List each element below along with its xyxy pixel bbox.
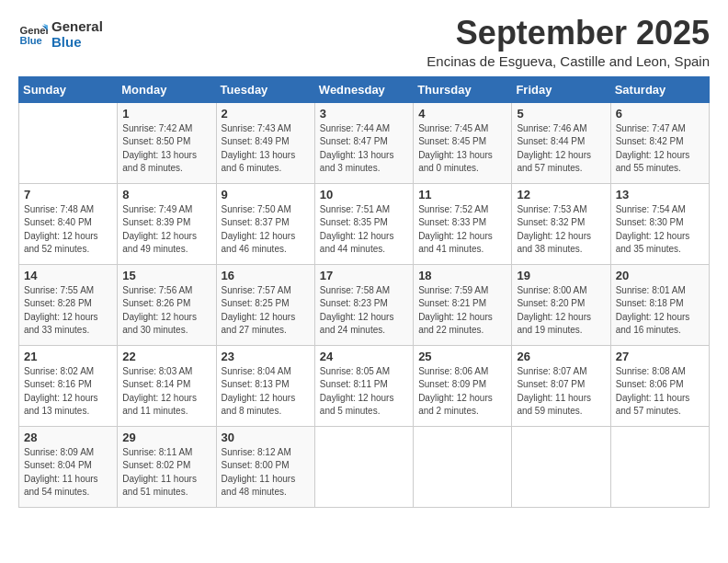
- calendar-cell: 20Sunrise: 8:01 AM Sunset: 8:18 PM Dayli…: [610, 264, 709, 345]
- calendar-cell: [610, 426, 709, 507]
- calendar-cell: [512, 426, 610, 507]
- day-info: Sunrise: 8:04 AM Sunset: 8:13 PM Dayligh…: [222, 365, 310, 419]
- day-info: Sunrise: 8:01 AM Sunset: 8:18 PM Dayligh…: [616, 284, 704, 338]
- day-info: Sunrise: 7:50 AM Sunset: 8:37 PM Dayligh…: [222, 203, 310, 257]
- calendar-cell: [414, 426, 512, 507]
- calendar-cell: 14Sunrise: 7:55 AM Sunset: 8:28 PM Dayli…: [19, 264, 118, 345]
- page-header: General Blue General Blue September 2025…: [18, 15, 710, 69]
- day-number: 13: [616, 188, 704, 201]
- calendar-cell: 3Sunrise: 7:44 AM Sunset: 8:47 PM Daylig…: [314, 102, 413, 183]
- day-info: Sunrise: 7:42 AM Sunset: 8:50 PM Dayligh…: [122, 122, 210, 176]
- day-number: 25: [418, 350, 506, 363]
- calendar-cell: 8Sunrise: 7:49 AM Sunset: 8:39 PM Daylig…: [118, 183, 216, 264]
- weekday-header-monday: Monday: [118, 76, 216, 102]
- day-number: 8: [122, 188, 210, 201]
- calendar-cell: 23Sunrise: 8:04 AM Sunset: 8:13 PM Dayli…: [216, 345, 314, 426]
- calendar-cell: 21Sunrise: 8:02 AM Sunset: 8:16 PM Dayli…: [19, 345, 118, 426]
- calendar-cell: 7Sunrise: 7:48 AM Sunset: 8:40 PM Daylig…: [19, 183, 118, 264]
- day-info: Sunrise: 7:53 AM Sunset: 8:32 PM Dayligh…: [517, 203, 605, 257]
- calendar-cell: 22Sunrise: 8:03 AM Sunset: 8:14 PM Dayli…: [118, 345, 216, 426]
- day-info: Sunrise: 8:06 AM Sunset: 8:09 PM Dayligh…: [418, 365, 506, 419]
- calendar-week-row: 7Sunrise: 7:48 AM Sunset: 8:40 PM Daylig…: [19, 183, 710, 264]
- day-number: 23: [222, 350, 310, 363]
- day-info: Sunrise: 7:45 AM Sunset: 8:45 PM Dayligh…: [418, 122, 506, 176]
- day-info: Sunrise: 7:54 AM Sunset: 8:30 PM Dayligh…: [616, 203, 704, 257]
- day-info: Sunrise: 8:02 AM Sunset: 8:16 PM Dayligh…: [24, 365, 112, 419]
- day-info: Sunrise: 7:47 AM Sunset: 8:42 PM Dayligh…: [616, 122, 704, 176]
- day-info: Sunrise: 7:46 AM Sunset: 8:44 PM Dayligh…: [517, 122, 605, 176]
- day-number: 22: [122, 350, 210, 363]
- calendar-cell: 4Sunrise: 7:45 AM Sunset: 8:45 PM Daylig…: [414, 102, 512, 183]
- calendar-cell: [19, 102, 118, 183]
- day-number: 1: [122, 107, 210, 121]
- calendar-cell: 24Sunrise: 8:05 AM Sunset: 8:11 PM Dayli…: [314, 345, 413, 426]
- calendar-cell: 28Sunrise: 8:09 AM Sunset: 8:04 PM Dayli…: [19, 426, 118, 507]
- svg-text:Blue: Blue: [20, 35, 42, 46]
- day-number: 20: [616, 269, 704, 282]
- day-info: Sunrise: 7:43 AM Sunset: 8:49 PM Dayligh…: [222, 122, 310, 176]
- day-info: Sunrise: 7:51 AM Sunset: 8:35 PM Dayligh…: [320, 203, 408, 257]
- day-number: 4: [418, 107, 506, 121]
- day-info: Sunrise: 8:03 AM Sunset: 8:14 PM Dayligh…: [122, 365, 210, 419]
- day-number: 6: [616, 107, 704, 121]
- weekday-header-wednesday: Wednesday: [314, 76, 413, 102]
- calendar-cell: 30Sunrise: 8:12 AM Sunset: 8:00 PM Dayli…: [216, 426, 314, 507]
- calendar-cell: 27Sunrise: 8:08 AM Sunset: 8:06 PM Dayli…: [610, 345, 709, 426]
- logo: General Blue General Blue: [18, 18, 103, 50]
- day-number: 3: [320, 107, 408, 121]
- calendar-cell: 12Sunrise: 7:53 AM Sunset: 8:32 PM Dayli…: [512, 183, 610, 264]
- day-number: 11: [418, 188, 506, 201]
- day-number: 5: [517, 107, 605, 121]
- month-title: September 2025: [427, 15, 710, 52]
- day-number: 26: [517, 350, 605, 363]
- day-info: Sunrise: 8:00 AM Sunset: 8:20 PM Dayligh…: [517, 284, 605, 338]
- day-info: Sunrise: 7:55 AM Sunset: 8:28 PM Dayligh…: [24, 284, 112, 338]
- location-subtitle: Encinas de Esgueva, Castille and Leon, S…: [427, 53, 710, 69]
- day-number: 14: [24, 269, 112, 282]
- day-number: 2: [222, 107, 310, 121]
- calendar-cell: 26Sunrise: 8:07 AM Sunset: 8:07 PM Dayli…: [512, 345, 610, 426]
- day-number: 17: [320, 269, 408, 282]
- day-number: 7: [24, 188, 112, 201]
- day-info: Sunrise: 8:08 AM Sunset: 8:06 PM Dayligh…: [616, 365, 704, 419]
- calendar-cell: 25Sunrise: 8:06 AM Sunset: 8:09 PM Dayli…: [414, 345, 512, 426]
- day-info: Sunrise: 8:05 AM Sunset: 8:11 PM Dayligh…: [320, 365, 408, 419]
- day-info: Sunrise: 7:59 AM Sunset: 8:21 PM Dayligh…: [418, 284, 506, 338]
- calendar-cell: 10Sunrise: 7:51 AM Sunset: 8:35 PM Dayli…: [314, 183, 413, 264]
- calendar-cell: 17Sunrise: 7:58 AM Sunset: 8:23 PM Dayli…: [314, 264, 413, 345]
- day-info: Sunrise: 8:09 AM Sunset: 8:04 PM Dayligh…: [24, 446, 112, 500]
- calendar-cell: 5Sunrise: 7:46 AM Sunset: 8:44 PM Daylig…: [512, 102, 610, 183]
- calendar-cell: 6Sunrise: 7:47 AM Sunset: 8:42 PM Daylig…: [610, 102, 709, 183]
- calendar-week-row: 14Sunrise: 7:55 AM Sunset: 8:28 PM Dayli…: [19, 264, 710, 345]
- calendar-cell: 15Sunrise: 7:56 AM Sunset: 8:26 PM Dayli…: [118, 264, 216, 345]
- calendar-cell: 13Sunrise: 7:54 AM Sunset: 8:30 PM Dayli…: [610, 183, 709, 264]
- day-info: Sunrise: 7:58 AM Sunset: 8:23 PM Dayligh…: [320, 284, 408, 338]
- day-info: Sunrise: 7:57 AM Sunset: 8:25 PM Dayligh…: [222, 284, 310, 338]
- logo-blue: Blue: [51, 34, 103, 50]
- day-info: Sunrise: 7:52 AM Sunset: 8:33 PM Dayligh…: [418, 203, 506, 257]
- title-block: September 2025 Encinas de Esgueva, Casti…: [427, 15, 710, 69]
- day-info: Sunrise: 7:48 AM Sunset: 8:40 PM Dayligh…: [24, 203, 112, 257]
- calendar-cell: [314, 426, 413, 507]
- calendar-cell: 2Sunrise: 7:43 AM Sunset: 8:49 PM Daylig…: [216, 102, 314, 183]
- day-number: 24: [320, 350, 408, 363]
- calendar-cell: 29Sunrise: 8:11 AM Sunset: 8:02 PM Dayli…: [118, 426, 216, 507]
- calendar-week-row: 28Sunrise: 8:09 AM Sunset: 8:04 PM Dayli…: [19, 426, 710, 507]
- calendar-cell: 16Sunrise: 7:57 AM Sunset: 8:25 PM Dayli…: [216, 264, 314, 345]
- weekday-header-row: SundayMondayTuesdayWednesdayThursdayFrid…: [19, 76, 710, 102]
- calendar-cell: 18Sunrise: 7:59 AM Sunset: 8:21 PM Dayli…: [414, 264, 512, 345]
- calendar-week-row: 21Sunrise: 8:02 AM Sunset: 8:16 PM Dayli…: [19, 345, 710, 426]
- day-number: 9: [222, 188, 310, 201]
- day-info: Sunrise: 8:12 AM Sunset: 8:00 PM Dayligh…: [222, 446, 310, 500]
- day-number: 18: [418, 269, 506, 282]
- day-info: Sunrise: 7:56 AM Sunset: 8:26 PM Dayligh…: [122, 284, 210, 338]
- day-info: Sunrise: 7:44 AM Sunset: 8:47 PM Dayligh…: [320, 122, 408, 176]
- day-info: Sunrise: 8:11 AM Sunset: 8:02 PM Dayligh…: [122, 446, 210, 500]
- calendar-week-row: 1Sunrise: 7:42 AM Sunset: 8:50 PM Daylig…: [19, 102, 710, 183]
- weekday-header-sunday: Sunday: [19, 76, 118, 102]
- logo-general: General: [51, 18, 103, 34]
- day-info: Sunrise: 7:49 AM Sunset: 8:39 PM Dayligh…: [122, 203, 210, 257]
- day-number: 16: [222, 269, 310, 282]
- day-number: 28: [24, 431, 112, 444]
- calendar-table: SundayMondayTuesdayWednesdayThursdayFrid…: [18, 76, 710, 508]
